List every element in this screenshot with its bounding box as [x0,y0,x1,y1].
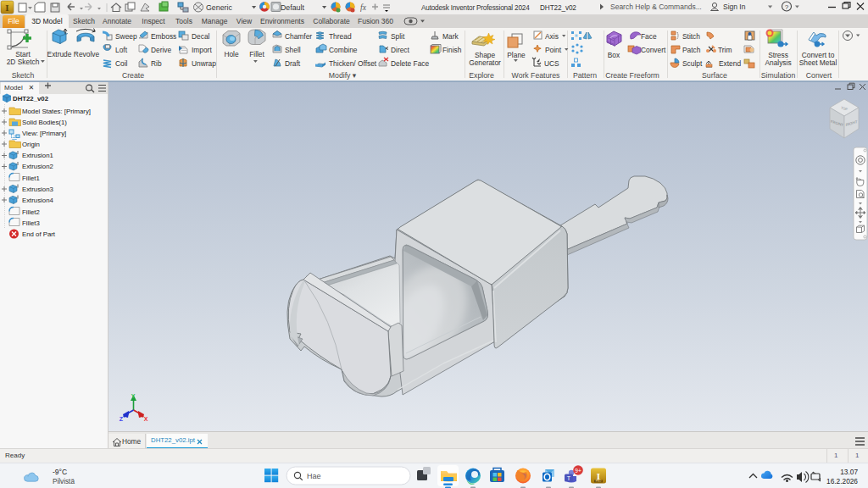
svg-text:Hae: Hae [307,472,321,480]
svg-text:Sign In: Sign In [723,3,746,11]
svg-text:fx: fx [360,3,367,12]
svg-text:DHT22_v02: DHT22_v02 [540,4,576,12]
svg-text:I: I [5,3,8,13]
svg-text:X: X [144,416,148,422]
svg-text:13.07: 13.07 [840,468,858,476]
svg-text:Autodesk Inventor Professional: Autodesk Inventor Professional 2024 [421,4,530,12]
svg-text:Search Help & Commands...: Search Help & Commands... [610,3,702,11]
svg-text:Generic: Generic [206,3,232,12]
svg-text:9+: 9+ [575,468,581,474]
svg-text:-9°C: -9°C [53,468,67,476]
svg-text:Pilvistä: Pilvistä [53,478,75,485]
svg-text:Default: Default [281,3,304,12]
svg-text:?: ? [785,3,789,11]
svg-text:PRO: PRO [596,480,602,483]
svg-text:T: T [567,475,571,481]
svg-text:Y: Y [131,393,136,399]
svg-text:16.2.2026: 16.2.2026 [826,477,858,485]
svg-text:Z: Z [120,416,124,422]
